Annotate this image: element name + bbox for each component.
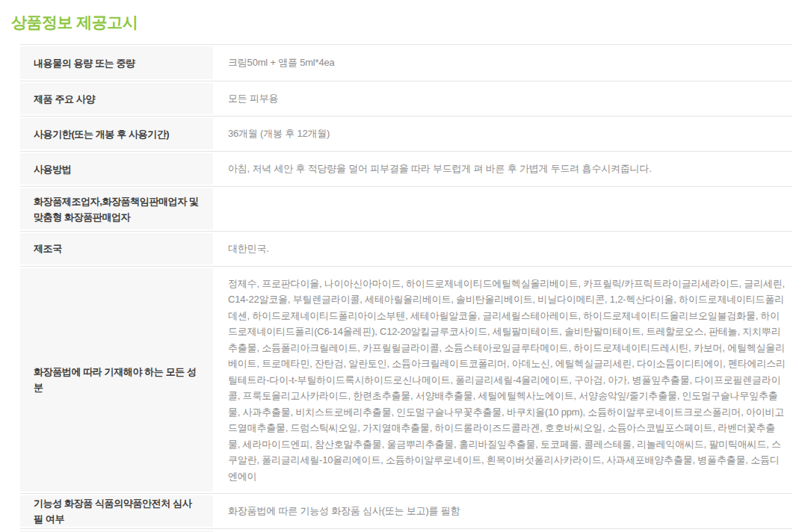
row-value [213,187,792,231]
row-label: 기능성 화장품 식품의약품안전처 심사필 여부 [20,495,213,527]
row-label: 화장품제조업자,화장품책임판매업자 및 맞춤형 화장품판매업자 [20,188,213,229]
row-label: 화장품법에 따라 기재해야 하는 모든 성분 [20,268,213,492]
table-row-volume: 내용물의 용량 또는 중량 크림50ml + 앰플 5ml*4ea [20,45,792,81]
row-value: 36개월 (개봉 후 12개월) [213,117,792,151]
row-value: 모든 피부용 [213,81,792,116]
row-value: 크림50ml + 앰플 5ml*4ea [213,45,792,81]
table-row-spec: 제품 주요 사양 모든 피부용 [20,81,792,117]
product-info-table: 내용물의 용량 또는 중량 크림50ml + 앰플 5ml*4ea 제품 주요 … [20,44,792,532]
row-value: 대한민국. [213,232,792,266]
table-row-mfds-approval: 기능성 화장품 식품의약품안전처 심사필 여부 화장품법에 따른 기능성 화장품… [20,494,792,529]
row-value: 정제수, 프로판다이올, 나이아신아마이드, 하이드로제네이티드에틸헥실올리베이… [213,267,792,494]
row-label: 제품 주요 사양 [20,83,213,114]
row-value: 화장품법에 따른 기능성 화장품 심사(또는 보고)를 필함 [213,494,792,528]
table-row-manufacturer: 화장품제조업자,화장품책임판매업자 및 맞춤형 화장품판매업자 [20,187,792,232]
row-label: 내용물의 용량 또는 중량 [20,46,213,79]
row-value: 아침, 저녁 세안 후 적당량을 덜어 피부결을 따라 부드럽게 펴 바른 후 … [213,152,792,186]
page-title: 상품정보 제공고시 [11,12,802,33]
row-label: 사용방법 [20,153,213,185]
table-row-country: 제조국 대한민국. [20,232,792,267]
row-label: 제조국 [20,233,213,265]
table-row-precautions: 사용할 때의 주의사항 1)화장품 사용 시 또는 사용 후 직사광선에 의하여… [20,529,792,532]
table-row-ingredients: 화장품법에 따라 기재해야 하는 모든 성분 정제수, 프로판다이올, 나이아신… [20,267,792,495]
row-label: 사용기한(또는 개봉 후 사용기간) [20,118,213,149]
row-value: 1)화장품 사용 시 또는 사용 후 직사광선에 의하여 사용부위가 붉은 반점… [213,529,792,532]
table-row-usage: 사용방법 아침, 저녁 세안 후 적당량을 덜어 피부결을 따라 부드럽게 펴 … [20,152,792,187]
table-row-expiry: 사용기한(또는 개봉 후 사용기간) 36개월 (개봉 후 12개월) [20,117,792,152]
